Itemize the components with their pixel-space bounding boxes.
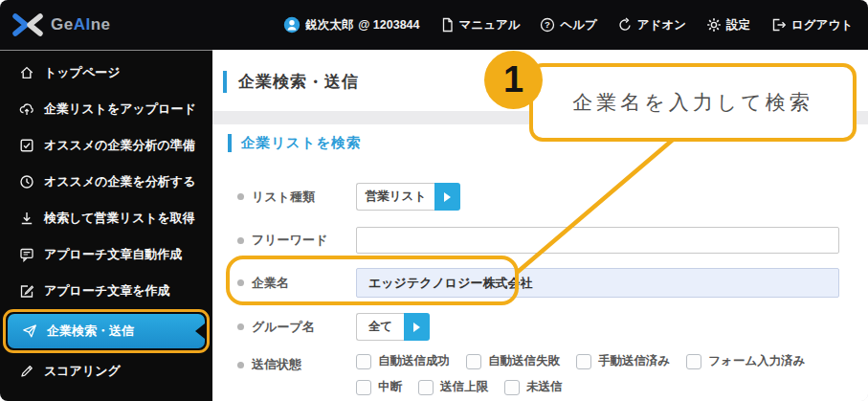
checkbox-icon bbox=[356, 354, 371, 369]
check-square-icon bbox=[19, 138, 34, 153]
step-number-badge: 1 bbox=[484, 51, 543, 109]
nav-logout[interactable]: ログアウト bbox=[770, 17, 853, 33]
sidebar-item-label: 検索して営業リストを取得 bbox=[44, 210, 195, 227]
sidebar-item-company-search-send[interactable]: 企業検索・送信 bbox=[8, 314, 205, 348]
help-icon: ? bbox=[540, 17, 555, 33]
geaine-logo-text: GeAIne bbox=[51, 15, 111, 34]
free-word-input[interactable] bbox=[356, 227, 839, 254]
form-row-send-status: 送信状態 自動送信成功 自動送信失敗 bbox=[228, 353, 868, 395]
list-type-select: 営業リスト bbox=[356, 183, 460, 211]
field-label-send-status: 送信状態 bbox=[237, 356, 356, 373]
search-form-panel: 企業リストを検索 リスト種類 営業リスト フリーワード bbox=[212, 124, 868, 401]
annotation-callout-text: 企業名を入力して検索 bbox=[572, 89, 812, 116]
nav-manual[interactable]: マニュアル bbox=[440, 17, 521, 33]
download-icon bbox=[19, 211, 34, 226]
sidebar-item-create-approach[interactable]: アプローチ文章を作成 bbox=[0, 273, 212, 309]
checkbox-icon bbox=[418, 380, 434, 395]
checkbox-auto-send-failure[interactable]: 自動送信失敗 bbox=[466, 353, 560, 369]
sidebar-item-auto-create-approach[interactable]: アプローチ文章自動作成 bbox=[0, 236, 212, 273]
document-icon bbox=[440, 17, 455, 33]
form-row-free-word: フリーワード bbox=[228, 227, 868, 254]
geaine-logo-icon bbox=[11, 11, 44, 39]
sidebar-active-highlight-ring: 企業検索・送信 bbox=[3, 309, 210, 353]
group-name-select: 全て bbox=[356, 313, 430, 341]
group-name-dropdown-button[interactable] bbox=[404, 313, 430, 341]
sidebar-item-label: スコアリング bbox=[44, 363, 121, 380]
form-row-list-type: リスト種類 営業リスト bbox=[228, 183, 868, 211]
bullet-icon bbox=[237, 323, 244, 330]
list-type-dropdown-button[interactable] bbox=[434, 183, 460, 211]
checkbox-manual-sent[interactable]: 手動送信済み bbox=[576, 353, 670, 369]
user-account-id: @ 1203844 bbox=[358, 18, 419, 32]
right-triangle-icon bbox=[413, 323, 420, 332]
field-label-company-name: 企業名 bbox=[237, 275, 356, 292]
gear-icon bbox=[706, 17, 722, 33]
sidebar-item-label: アプローチ文章を作成 bbox=[44, 282, 170, 300]
nav-addon[interactable]: アドオン bbox=[617, 17, 686, 33]
right-triangle-icon bbox=[444, 192, 451, 202]
checkbox-icon bbox=[686, 354, 701, 369]
nav-settings[interactable]: 設定 bbox=[706, 17, 750, 33]
nav-help[interactable]: ? ヘルプ bbox=[540, 17, 596, 33]
bullet-icon bbox=[237, 279, 244, 286]
checkbox-icon bbox=[576, 354, 591, 369]
send-status-options: 自動送信成功 自動送信失敗 手動送信済み フォーム入力済み bbox=[356, 353, 821, 395]
pencil-icon bbox=[19, 364, 34, 379]
checkbox-auto-send-success[interactable]: 自動送信成功 bbox=[356, 353, 450, 369]
sidebar-item-label: オススメの企業分析の準備 bbox=[44, 137, 195, 154]
bullet-icon bbox=[237, 193, 244, 200]
chat-bubble-icon bbox=[19, 247, 34, 262]
checkbox-interrupted[interactable]: 中断 bbox=[356, 379, 402, 395]
sidebar-item-scoring[interactable]: スコアリング bbox=[0, 353, 212, 390]
sidebar-item-upload-list[interactable]: 企業リストをアップロード bbox=[0, 91, 212, 127]
send-status-row-2: 中断 送信上限 未送信 bbox=[356, 379, 821, 395]
checkbox-icon bbox=[466, 354, 481, 369]
geaine-app-window: GeAIne 鋭次太郎 @ 1203844 bbox=[0, 0, 868, 401]
send-status-row-1: 自動送信成功 自動送信失敗 手動送信済み フォーム入力済み bbox=[356, 353, 821, 369]
cloud-upload-icon bbox=[19, 101, 34, 117]
checkbox-not-sent[interactable]: 未送信 bbox=[504, 379, 563, 395]
geaine-logo[interactable]: GeAIne bbox=[0, 11, 111, 39]
clock-icon bbox=[19, 174, 34, 189]
paper-plane-icon bbox=[22, 323, 37, 339]
bullet-icon bbox=[237, 237, 244, 244]
nav-settings-label: 設定 bbox=[726, 17, 750, 33]
sidebar-item-get-sales-list[interactable]: 検索して営業リストを取得 bbox=[0, 200, 212, 236]
logout-icon bbox=[770, 17, 787, 33]
form-row-company-name: 企業名 bbox=[228, 268, 868, 298]
nav-help-label: ヘルプ bbox=[560, 17, 596, 33]
nav-logout-label: ログアウト bbox=[791, 17, 853, 33]
checkbox-form-filled[interactable]: フォーム入力済み bbox=[686, 353, 805, 369]
sidebar-item-label: 企業リストをアップロード bbox=[44, 100, 196, 118]
header-nav: 鋭次太郎 @ 1203844 マニュアル ? bbox=[283, 16, 868, 33]
checkbox-send-limit[interactable]: 送信上限 bbox=[418, 379, 488, 395]
field-label-group-name: グループ名 bbox=[237, 319, 356, 336]
sidebar-item-label: 企業検索・送信 bbox=[47, 323, 134, 340]
addon-icon bbox=[617, 17, 633, 33]
home-icon bbox=[19, 65, 34, 80]
checkbox-icon bbox=[504, 380, 520, 395]
nav-manual-label: マニュアル bbox=[459, 17, 521, 33]
sidebar-item-analyze-companies[interactable]: オススメの企業を分析する bbox=[0, 164, 212, 200]
top-header: GeAIne 鋭次太郎 @ 1203844 bbox=[0, 0, 868, 50]
user-avatar-icon bbox=[283, 16, 300, 33]
field-label-free-word: フリーワード bbox=[237, 232, 356, 249]
sidebar-item-top-page[interactable]: トップページ bbox=[0, 55, 212, 91]
nav-addon-label: アドオン bbox=[637, 17, 686, 33]
sidebar-item-analysis-prep[interactable]: オススメの企業分析の準備 bbox=[0, 127, 212, 164]
sidebar-item-label: オススメの企業を分析する bbox=[44, 173, 195, 190]
field-label-list-type: リスト種類 bbox=[237, 189, 356, 206]
sidebar-item-list-overview[interactable]: リスト一覧 bbox=[0, 390, 212, 401]
group-name-value[interactable]: 全て bbox=[356, 313, 404, 341]
edit-square-icon bbox=[19, 283, 34, 299]
checkbox-icon bbox=[356, 380, 371, 395]
sidebar: トップページ 企業リストをアップロード オススメの企業分析の準備 bbox=[0, 50, 212, 401]
user-name: 鋭次太郎 bbox=[305, 17, 353, 33]
user-account[interactable]: 鋭次太郎 @ 1203844 bbox=[283, 16, 419, 33]
annotation-callout: 企業名を入力して検索 bbox=[529, 63, 857, 142]
list-type-value[interactable]: 営業リスト bbox=[356, 183, 434, 211]
sidebar-item-label: トップページ bbox=[44, 64, 121, 81]
bullet-icon bbox=[237, 362, 244, 368]
form-row-group-name: グループ名 全て bbox=[228, 313, 868, 341]
company-name-input[interactable] bbox=[356, 268, 839, 298]
